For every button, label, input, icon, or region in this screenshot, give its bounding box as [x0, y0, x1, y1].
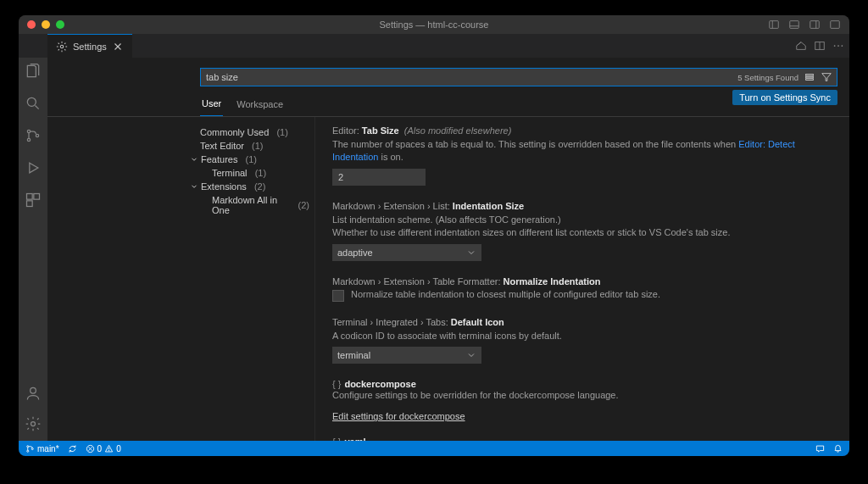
tab-bar: Settings	[19, 34, 849, 58]
svg-point-7	[60, 45, 64, 48]
svg-marker-29	[822, 74, 832, 81]
settings-icon	[56, 41, 68, 53]
svg-rect-22	[34, 194, 40, 200]
source-control-icon[interactable]	[25, 127, 42, 144]
activity-bar	[19, 58, 47, 441]
more-icon[interactable]	[832, 40, 844, 52]
error-icon	[86, 444, 95, 453]
chevron-down-icon	[466, 350, 476, 360]
svg-rect-23	[27, 201, 33, 207]
settings-list: Editor: Tab Size (Also modified elsewher…	[315, 117, 849, 441]
status-problems[interactable]: 0 0	[86, 444, 121, 453]
debug-icon[interactable]	[25, 159, 42, 176]
account-icon[interactable]	[25, 385, 42, 402]
gear-icon[interactable]	[25, 415, 42, 432]
svg-point-17	[27, 130, 30, 132]
normalize-indentation-checkbox[interactable]	[332, 290, 344, 302]
window-title: Settings — html-cc-course	[19, 19, 849, 30]
tree-features[interactable]: Features (1)	[190, 153, 309, 166]
setting-dockercompose: { } dockercompose Configure settings to …	[332, 379, 832, 421]
scope-workspace-tab[interactable]: Workspace	[235, 96, 285, 116]
svg-marker-20	[30, 163, 38, 173]
split-editor-icon[interactable]	[814, 40, 826, 52]
settings-editor: 5 Settings Found User Workspace Turn on …	[47, 58, 849, 441]
settings-tree: Commonly Used (1) Text Editor (1) Featur…	[192, 117, 315, 441]
vscode-window: Settings — html-cc-course Settings	[19, 15, 849, 456]
svg-point-12	[834, 45, 836, 47]
svg-point-13	[837, 45, 839, 47]
svg-point-38	[108, 450, 109, 451]
svg-point-18	[27, 138, 30, 141]
svg-rect-26	[806, 75, 814, 76]
open-json-icon[interactable]	[795, 40, 807, 52]
tab-settings[interactable]: Settings	[47, 34, 132, 58]
tree-markdown-aio[interactable]: Markdown All in One (2)	[212, 193, 309, 217]
svg-point-19	[36, 134, 38, 136]
svg-point-25	[31, 422, 36, 426]
chevron-down-icon	[190, 182, 198, 191]
status-bar: main* 0 0	[19, 441, 849, 456]
filter-icon[interactable]	[821, 71, 832, 83]
scope-user-tab[interactable]: User	[200, 95, 223, 116]
svg-point-15	[27, 97, 36, 106]
edit-dockercompose-link[interactable]: Edit settings for dockercompose	[332, 411, 465, 421]
bell-icon[interactable]	[833, 444, 843, 453]
tree-extensions[interactable]: Extensions (2)	[190, 180, 309, 193]
warning-icon	[104, 444, 114, 453]
status-sync[interactable]	[68, 444, 77, 453]
extensions-icon[interactable]	[25, 192, 42, 209]
svg-rect-21	[27, 194, 33, 200]
git-branch-icon	[25, 444, 35, 453]
status-branch[interactable]: main*	[25, 444, 59, 453]
setting-normalize-indentation: Markdown › Extension › Table Formatter: …	[332, 276, 832, 302]
setting-default-icon: Terminal › Integrated › Tabs: Default Ic…	[332, 317, 832, 364]
sync-icon	[68, 444, 77, 453]
clear-search-icon[interactable]	[804, 71, 815, 83]
svg-point-30	[27, 445, 29, 447]
tab-size-input[interactable]	[332, 169, 426, 186]
settings-found-count: 5 Settings Found	[737, 73, 798, 82]
titlebar: Settings — html-cc-course	[19, 15, 849, 34]
svg-rect-27	[806, 76, 814, 78]
explorer-icon[interactable]	[25, 63, 42, 80]
tree-commonly-used[interactable]: Commonly Used (1)	[200, 125, 309, 139]
svg-point-31	[27, 450, 29, 452]
chevron-down-icon	[190, 155, 198, 164]
default-icon-select[interactable]: terminal	[332, 347, 481, 364]
close-icon[interactable]	[112, 41, 124, 53]
editor-body: 5 Settings Found User Workspace Turn on …	[19, 58, 849, 441]
svg-line-16	[36, 106, 39, 109]
chevron-down-icon	[466, 248, 476, 258]
tab-label: Settings	[73, 42, 107, 52]
feedback-icon[interactable]	[815, 444, 825, 453]
tree-terminal[interactable]: Terminal (1)	[212, 166, 309, 180]
svg-point-24	[31, 387, 36, 393]
indentation-size-select[interactable]: adaptive	[332, 244, 481, 261]
setting-tab-size: Editor: Tab Size (Also modified elsewher…	[332, 125, 832, 186]
tree-text-editor[interactable]: Text Editor (1)	[200, 139, 309, 153]
setting-indentation-size: Markdown › Extension › List: Indentation…	[332, 201, 832, 261]
settings-sync-button[interactable]: Turn on Settings Sync	[732, 90, 837, 105]
search-icon[interactable]	[25, 95, 42, 112]
svg-rect-28	[806, 79, 814, 81]
svg-point-14	[842, 45, 843, 47]
tab-actions	[795, 40, 844, 52]
